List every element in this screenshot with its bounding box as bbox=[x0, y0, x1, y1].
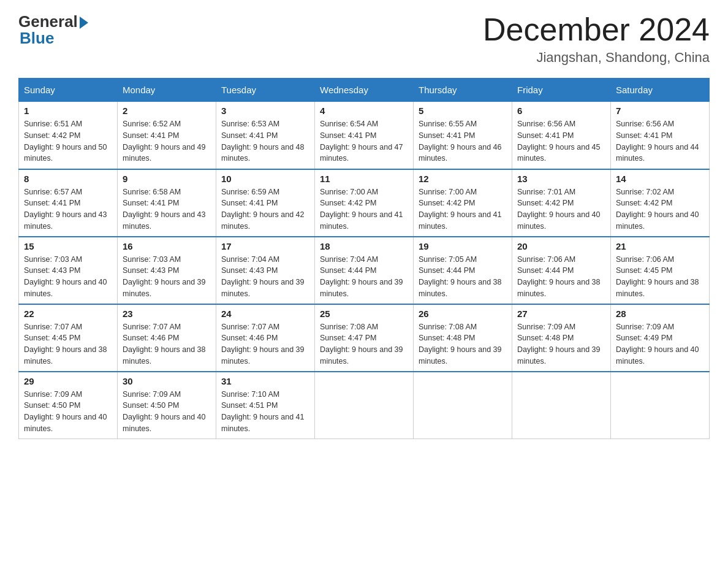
day-number: 27 bbox=[517, 308, 605, 319]
day-number: 19 bbox=[419, 241, 507, 251]
logo: General Blue bbox=[18, 12, 88, 48]
calendar-cell: 29 Sunrise: 7:09 AM Sunset: 4:50 PM Dayl… bbox=[19, 372, 118, 439]
header-thursday: Thursday bbox=[414, 79, 512, 102]
day-info: Sunrise: 7:00 AM Sunset: 4:42 PM Dayligh… bbox=[320, 186, 408, 232]
day-info: Sunrise: 7:00 AM Sunset: 4:42 PM Dayligh… bbox=[419, 186, 507, 232]
day-number: 18 bbox=[320, 241, 408, 251]
day-info: Sunrise: 6:59 AM Sunset: 4:41 PM Dayligh… bbox=[221, 186, 309, 232]
calendar-cell: 20 Sunrise: 7:06 AM Sunset: 4:44 PM Dayl… bbox=[512, 237, 611, 304]
calendar-cell: 22 Sunrise: 7:07 AM Sunset: 4:45 PM Dayl… bbox=[19, 304, 118, 372]
day-number: 21 bbox=[616, 241, 704, 251]
day-info: Sunrise: 7:04 AM Sunset: 4:44 PM Dayligh… bbox=[320, 254, 408, 300]
day-info: Sunrise: 6:57 AM Sunset: 4:41 PM Dayligh… bbox=[24, 186, 112, 232]
day-number: 12 bbox=[419, 174, 507, 184]
calendar-cell: 19 Sunrise: 7:05 AM Sunset: 4:44 PM Dayl… bbox=[414, 237, 512, 304]
day-info: Sunrise: 6:54 AM Sunset: 4:41 PM Dayligh… bbox=[320, 118, 408, 164]
day-number: 29 bbox=[24, 376, 112, 386]
calendar-cell: 7 Sunrise: 6:56 AM Sunset: 4:41 PM Dayli… bbox=[611, 102, 710, 169]
day-number: 16 bbox=[123, 241, 211, 251]
header-sunday: Sunday bbox=[19, 79, 118, 102]
day-info: Sunrise: 7:02 AM Sunset: 4:42 PM Dayligh… bbox=[616, 186, 704, 232]
calendar-cell: 17 Sunrise: 7:04 AM Sunset: 4:43 PM Dayl… bbox=[216, 237, 315, 304]
day-number: 11 bbox=[320, 174, 408, 184]
header-monday: Monday bbox=[118, 79, 216, 102]
calendar-cell: 1 Sunrise: 6:51 AM Sunset: 4:42 PM Dayli… bbox=[19, 102, 118, 169]
day-info: Sunrise: 7:03 AM Sunset: 4:43 PM Dayligh… bbox=[24, 254, 112, 300]
day-info: Sunrise: 6:52 AM Sunset: 4:41 PM Dayligh… bbox=[123, 118, 211, 164]
calendar-cell: 26 Sunrise: 7:08 AM Sunset: 4:48 PM Dayl… bbox=[414, 304, 512, 372]
day-number: 25 bbox=[320, 308, 408, 319]
header-wednesday: Wednesday bbox=[315, 79, 414, 102]
calendar-cell: 4 Sunrise: 6:54 AM Sunset: 4:41 PM Dayli… bbox=[315, 102, 414, 169]
day-number: 3 bbox=[221, 105, 309, 116]
day-info: Sunrise: 7:08 AM Sunset: 4:47 PM Dayligh… bbox=[320, 321, 408, 367]
day-number: 7 bbox=[616, 105, 704, 116]
day-info: Sunrise: 7:05 AM Sunset: 4:44 PM Dayligh… bbox=[419, 254, 507, 300]
day-info: Sunrise: 7:01 AM Sunset: 4:42 PM Dayligh… bbox=[517, 186, 605, 232]
calendar-cell: 5 Sunrise: 6:55 AM Sunset: 4:41 PM Dayli… bbox=[414, 102, 512, 169]
logo-triangle-icon bbox=[80, 17, 88, 29]
calendar-cell: 23 Sunrise: 7:07 AM Sunset: 4:46 PM Dayl… bbox=[118, 304, 216, 372]
calendar-cell: 8 Sunrise: 6:57 AM Sunset: 4:41 PM Dayli… bbox=[19, 169, 118, 237]
day-info: Sunrise: 7:10 AM Sunset: 4:51 PM Dayligh… bbox=[221, 389, 309, 435]
calendar-cell: 12 Sunrise: 7:00 AM Sunset: 4:42 PM Dayl… bbox=[414, 169, 512, 237]
day-number: 26 bbox=[419, 308, 507, 319]
day-info: Sunrise: 7:07 AM Sunset: 4:46 PM Dayligh… bbox=[123, 321, 211, 367]
header-friday: Friday bbox=[512, 79, 611, 102]
day-info: Sunrise: 7:07 AM Sunset: 4:46 PM Dayligh… bbox=[221, 321, 309, 367]
day-number: 22 bbox=[24, 308, 112, 319]
header-tuesday: Tuesday bbox=[216, 79, 315, 102]
week-row-4: 22 Sunrise: 7:07 AM Sunset: 4:45 PM Dayl… bbox=[19, 304, 710, 372]
calendar-cell: 14 Sunrise: 7:02 AM Sunset: 4:42 PM Dayl… bbox=[611, 169, 710, 237]
calendar-cell: 13 Sunrise: 7:01 AM Sunset: 4:42 PM Dayl… bbox=[512, 169, 611, 237]
calendar-cell: 31 Sunrise: 7:10 AM Sunset: 4:51 PM Dayl… bbox=[216, 372, 315, 439]
day-number: 4 bbox=[320, 105, 408, 116]
day-info: Sunrise: 6:56 AM Sunset: 4:41 PM Dayligh… bbox=[616, 118, 704, 164]
header-row: SundayMondayTuesdayWednesdayThursdayFrid… bbox=[19, 79, 710, 102]
calendar-cell: 25 Sunrise: 7:08 AM Sunset: 4:47 PM Dayl… bbox=[315, 304, 414, 372]
day-number: 23 bbox=[123, 308, 211, 319]
day-number: 8 bbox=[24, 174, 112, 184]
day-info: Sunrise: 7:06 AM Sunset: 4:44 PM Dayligh… bbox=[517, 254, 605, 300]
calendar-cell: 9 Sunrise: 6:58 AM Sunset: 4:41 PM Dayli… bbox=[118, 169, 216, 237]
day-number: 9 bbox=[123, 174, 211, 184]
page-header: General Blue December 2024 Jiangshan, Sh… bbox=[18, 12, 710, 66]
day-number: 17 bbox=[221, 241, 309, 251]
day-info: Sunrise: 7:09 AM Sunset: 4:49 PM Dayligh… bbox=[616, 321, 704, 367]
day-info: Sunrise: 7:08 AM Sunset: 4:48 PM Dayligh… bbox=[419, 321, 507, 367]
day-number: 30 bbox=[123, 376, 211, 386]
header-saturday: Saturday bbox=[611, 79, 710, 102]
day-number: 13 bbox=[517, 174, 605, 184]
calendar-cell: 2 Sunrise: 6:52 AM Sunset: 4:41 PM Dayli… bbox=[118, 102, 216, 169]
calendar-cell bbox=[611, 372, 710, 439]
day-number: 1 bbox=[24, 105, 112, 116]
day-number: 10 bbox=[221, 174, 309, 184]
week-row-3: 15 Sunrise: 7:03 AM Sunset: 4:43 PM Dayl… bbox=[19, 237, 710, 304]
day-number: 28 bbox=[616, 308, 704, 319]
calendar-cell: 21 Sunrise: 7:06 AM Sunset: 4:45 PM Dayl… bbox=[611, 237, 710, 304]
calendar-cell: 18 Sunrise: 7:04 AM Sunset: 4:44 PM Dayl… bbox=[315, 237, 414, 304]
day-info: Sunrise: 7:09 AM Sunset: 4:50 PM Dayligh… bbox=[24, 389, 112, 435]
day-info: Sunrise: 6:51 AM Sunset: 4:42 PM Dayligh… bbox=[24, 118, 112, 164]
day-info: Sunrise: 7:09 AM Sunset: 4:48 PM Dayligh… bbox=[517, 321, 605, 367]
week-row-2: 8 Sunrise: 6:57 AM Sunset: 4:41 PM Dayli… bbox=[19, 169, 710, 237]
month-title: December 2024 bbox=[483, 12, 710, 47]
day-number: 15 bbox=[24, 241, 112, 251]
day-info: Sunrise: 6:56 AM Sunset: 4:41 PM Dayligh… bbox=[517, 118, 605, 164]
calendar-cell: 3 Sunrise: 6:53 AM Sunset: 4:41 PM Dayli… bbox=[216, 102, 315, 169]
calendar-cell bbox=[315, 372, 414, 439]
day-info: Sunrise: 6:58 AM Sunset: 4:41 PM Dayligh… bbox=[123, 186, 211, 232]
calendar-table: SundayMondayTuesdayWednesdayThursdayFrid… bbox=[18, 78, 710, 439]
day-info: Sunrise: 7:06 AM Sunset: 4:45 PM Dayligh… bbox=[616, 254, 704, 300]
calendar-cell: 16 Sunrise: 7:03 AM Sunset: 4:43 PM Dayl… bbox=[118, 237, 216, 304]
day-info: Sunrise: 7:07 AM Sunset: 4:45 PM Dayligh… bbox=[24, 321, 112, 367]
calendar-cell: 30 Sunrise: 7:09 AM Sunset: 4:50 PM Dayl… bbox=[118, 372, 216, 439]
calendar-cell: 27 Sunrise: 7:09 AM Sunset: 4:48 PM Dayl… bbox=[512, 304, 611, 372]
day-info: Sunrise: 7:03 AM Sunset: 4:43 PM Dayligh… bbox=[123, 254, 211, 300]
day-number: 24 bbox=[221, 308, 309, 319]
day-number: 14 bbox=[616, 174, 704, 184]
calendar-cell bbox=[414, 372, 512, 439]
day-number: 5 bbox=[419, 105, 507, 116]
title-block: December 2024 Jiangshan, Shandong, China bbox=[483, 12, 710, 66]
week-row-1: 1 Sunrise: 6:51 AM Sunset: 4:42 PM Dayli… bbox=[19, 102, 710, 169]
